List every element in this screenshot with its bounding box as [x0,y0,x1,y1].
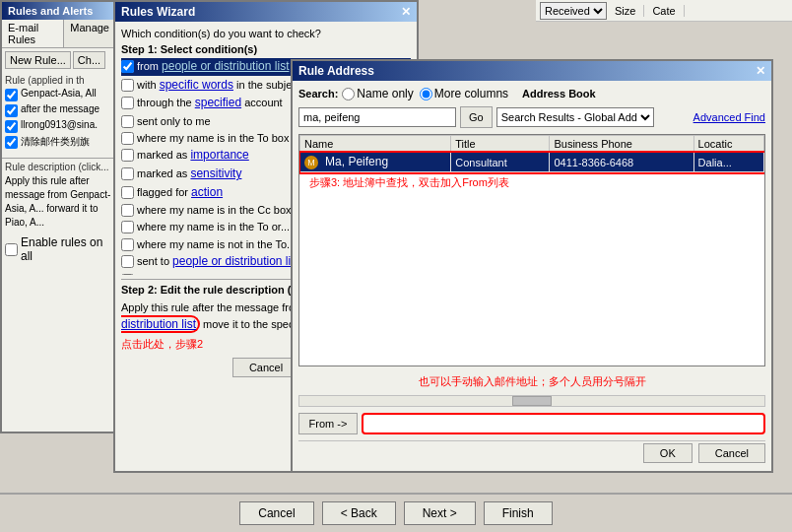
condition-text-8: where my name is in the Cc box [137,203,292,217]
wizard-question: Which condition(s) do you want to check? [121,28,411,39]
condition-check-6[interactable] [121,167,134,180]
condition-text-6: marked as sensitivity [137,166,241,182]
condition-check-11[interactable] [121,255,134,268]
rule-item-3[interactable]: llrong0913@sina. [5,119,113,133]
address-table-container: Name Title Business Phone Locatic M Ma, … [298,134,765,366]
scroll-thumb[interactable] [512,396,552,406]
wizard-title-bar: Rules Wizard ✕ [115,2,417,22]
search-input[interactable] [298,107,456,127]
step3-annotation: 步骤3: 地址簿中查找，双击加入From列表 [309,174,509,191]
condition-check-4[interactable] [121,132,134,145]
rule-item-4[interactable]: 清除邮件类别旗 [5,135,113,149]
enable-rules-checkbox[interactable] [5,243,18,256]
wizard-footer: Cancel < Back Next > Finish [0,493,792,532]
wizard-close-button[interactable]: ✕ [401,5,411,19]
search-label: Search: [298,88,338,100]
rules-panel-title: Rules and Alerts [2,2,116,20]
address-cancel-button[interactable]: Cancel [698,443,765,463]
cate-col-header: Cate [644,5,684,17]
condition-check-10[interactable] [121,238,134,251]
address-book-select[interactable]: Search Results - Global Address [496,107,654,127]
condition-check-1[interactable] [121,79,134,92]
condition-check-3[interactable] [121,115,134,128]
finish-button[interactable]: Finish [484,501,553,525]
condition-text-4: where my name is in the To box [137,131,289,145]
address-book-label: Address Book [522,88,596,100]
from-input[interactable] [362,413,765,434]
condition-check-7[interactable] [121,186,134,199]
rules-alerts-panel: Rules and Alerts E-mail Rules Manage New… [0,0,118,433]
cond-link-7[interactable]: action [191,185,223,199]
rule-item-text-2: after the message [21,103,99,114]
rule-item-text-4: 清除邮件类别旗 [21,135,90,149]
cond-link-2[interactable]: specified [195,96,241,109]
condition-text-2: through the specified account [137,96,283,111]
condition-check-5[interactable] [121,149,134,162]
radio-name-only[interactable]: Name only [342,87,413,100]
rule-item-2[interactable]: after the message [5,103,113,117]
radio-more-columns-input[interactable] [420,88,432,100]
address-dialog-buttons: OK Cancel [298,440,765,463]
cond-link-12[interactable]: specific words [160,273,233,275]
condition-text-0: from people or distribution list [137,59,289,75]
from-button[interactable]: From -> [298,413,358,434]
condition-text-3: sent only to me [137,114,211,128]
condition-check-9[interactable] [121,221,134,233]
enable-rules-label: Enable rules on all [21,235,113,263]
step1-title: Step 1: Select condition(s) [121,43,411,55]
from-row: From -> [298,413,765,434]
cond-link-1[interactable]: specific words [160,78,233,92]
advanced-find-link[interactable]: Advanced Find [693,111,765,123]
condition-check-8[interactable] [121,204,134,217]
rule-desc: Rule description (click... Apply this ru… [2,158,116,233]
cond-link-0[interactable]: people or distribution list [162,59,289,73]
rule-checkbox-1[interactable] [5,89,18,101]
rule-item-text-1: Genpact-Asia, All [21,88,97,99]
rules-toolbar: New Rule... Ch... [2,48,116,72]
rule-checkbox-3[interactable] [5,120,18,133]
address-dialog: Rule Address ✕ Search: Name only More co… [291,59,773,473]
rule-checkbox-4[interactable] [5,136,18,149]
condition-check-0[interactable] [121,60,134,73]
cond-link-11[interactable]: people or distribution li... [172,254,300,268]
tab-email-rules[interactable]: E-mail Rules [2,20,64,47]
radio-name-only-input[interactable] [342,88,355,100]
row-title: Consultant [451,153,550,172]
condition-text-1: with specific words in the subje... [137,78,300,94]
search-section: Search: Name only More columns Address B… [298,87,765,100]
wizard-cancel-button[interactable]: Cancel [232,358,299,377]
col-phone: Business Phone [550,136,693,153]
horizontal-scrollbar[interactable] [298,395,765,407]
row-phone: 0411-8366-6468 [550,153,693,172]
table-row[interactable]: M Ma, Peifeng Consultant 0411-8366-6468 … [300,153,764,172]
rule-item-1[interactable]: Genpact-Asia, All [5,88,113,101]
condition-text-11: sent to people or distribution li... [137,254,300,270]
col-title: Title [451,136,550,153]
row-name: M Ma, Peifeng [300,153,451,172]
table-header-row: Name Title Business Phone Locatic [300,136,764,153]
back-button[interactable]: < Back [322,501,396,525]
new-rule-button[interactable]: New Rule... [5,51,71,69]
condition-check-12[interactable] [121,274,134,275]
rule-checkbox-2[interactable] [5,104,18,117]
address-close-button[interactable]: ✕ [756,64,765,78]
rule-desc-label: Rule description (click... [5,162,113,172]
address-dialog-title: Rule Address ✕ [293,61,771,81]
cond-link-6[interactable]: sensitivity [190,166,241,180]
row-location: Dalia... [693,153,763,172]
radio-name-only-label: Name only [357,87,413,100]
go-button[interactable]: Go [460,106,493,128]
condition-text-5: marked as importance [137,148,249,164]
tab-manage[interactable]: Manage [64,20,116,47]
radio-more-columns[interactable]: More columns [420,87,508,100]
change-button[interactable]: Ch... [73,51,105,69]
row-name-text: Ma, Peifeng [325,155,388,168]
received-select[interactable]: Received [540,2,607,20]
radio-group: Name only More columns [342,87,508,100]
condition-text-9: where my name is in the To or... [137,220,290,233]
next-button[interactable]: Next > [404,501,476,525]
condition-check-2[interactable] [121,97,134,109]
cancel-footer-button[interactable]: Cancel [239,501,313,525]
ok-button[interactable]: OK [643,443,693,463]
cond-link-5[interactable]: importance [190,148,248,162]
